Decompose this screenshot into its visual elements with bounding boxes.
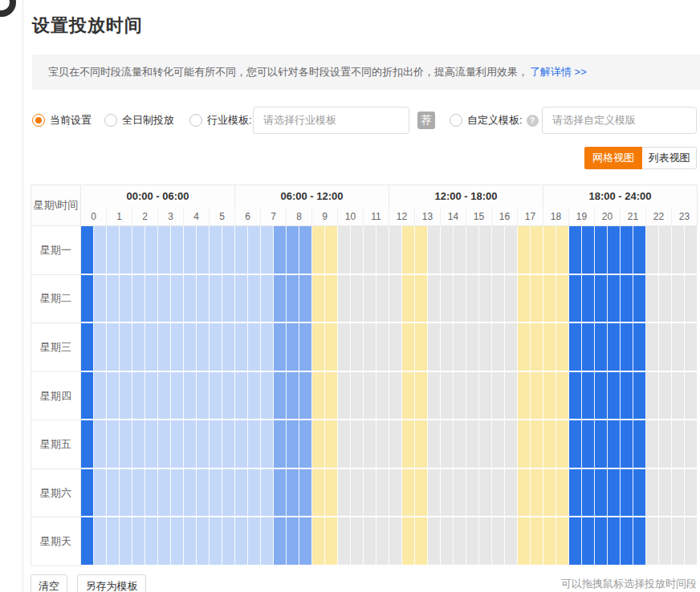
schedule-cell[interactable]: [235, 469, 248, 518]
schedule-cell[interactable]: [466, 469, 479, 518]
schedule-cell[interactable]: [415, 372, 428, 421]
schedule-cell[interactable]: [312, 420, 325, 469]
schedule-cell[interactable]: [338, 517, 351, 566]
schedule-cell[interactable]: [364, 323, 376, 372]
schedule-cell[interactable]: [492, 226, 505, 275]
schedule-cell[interactable]: [569, 469, 582, 518]
schedule-cell[interactable]: [197, 372, 210, 421]
schedule-cell[interactable]: [376, 323, 389, 372]
schedule-cell[interactable]: [235, 517, 248, 566]
schedule-cell[interactable]: [582, 275, 595, 324]
schedule-cell[interactable]: [543, 420, 556, 469]
schedule-cell[interactable]: [582, 420, 595, 469]
schedule-cell[interactable]: [441, 323, 454, 372]
schedule-cell[interactable]: [454, 469, 466, 518]
schedule-cell[interactable]: [312, 517, 325, 566]
schedule-cell[interactable]: [556, 469, 569, 518]
schedule-cell[interactable]: [222, 226, 235, 275]
schedule-cell[interactable]: [595, 469, 608, 518]
schedule-cell[interactable]: [569, 420, 582, 469]
schedule-cell[interactable]: [672, 323, 685, 372]
schedule-cell[interactable]: [441, 372, 454, 421]
schedule-cell[interactable]: [543, 275, 556, 324]
schedule-cell[interactable]: [402, 469, 415, 518]
schedule-cell[interactable]: [184, 469, 197, 518]
schedule-cell[interactable]: [299, 275, 312, 324]
schedule-cell[interactable]: [428, 226, 441, 275]
schedule-cell[interactable]: [595, 275, 608, 324]
schedule-cell[interactable]: [325, 469, 338, 518]
list-view-button[interactable]: 列表视图: [642, 147, 697, 169]
schedule-cell[interactable]: [210, 420, 222, 469]
schedule-cell[interactable]: [518, 469, 531, 518]
schedule-cell[interactable]: [466, 420, 479, 469]
schedule-cell[interactable]: [595, 372, 608, 421]
schedule-cell[interactable]: [235, 226, 248, 275]
schedule-cell[interactable]: [556, 372, 569, 421]
schedule-cell[interactable]: [299, 372, 312, 421]
schedule-cell[interactable]: [312, 323, 325, 372]
schedule-cell[interactable]: [338, 372, 351, 421]
schedule-cell[interactable]: [646, 323, 659, 372]
schedule-cell[interactable]: [633, 517, 646, 566]
schedule-cell[interactable]: [582, 323, 595, 372]
schedule-cell[interactable]: [376, 275, 389, 324]
schedule-cell[interactable]: [685, 420, 698, 469]
schedule-cell[interactable]: [633, 323, 646, 372]
schedule-cell[interactable]: [659, 372, 672, 421]
schedule-cell[interactable]: [325, 517, 338, 566]
schedule-cell[interactable]: [492, 517, 505, 566]
schedule-cell[interactable]: [659, 275, 672, 324]
schedule-cell[interactable]: [235, 275, 248, 324]
schedule-cell[interactable]: [274, 323, 287, 372]
schedule-cell[interactable]: [158, 420, 171, 469]
schedule-cell[interactable]: [389, 226, 402, 275]
schedule-cell[interactable]: [389, 517, 402, 566]
schedule-cell[interactable]: [351, 226, 364, 275]
custom-template-select[interactable]: 请选择自定义模版: [542, 107, 697, 134]
schedule-cell[interactable]: [107, 226, 120, 275]
schedule-cell[interactable]: [197, 275, 210, 324]
schedule-cell[interactable]: [402, 517, 415, 566]
schedule-cell[interactable]: [261, 275, 274, 324]
schedule-cell[interactable]: [171, 226, 184, 275]
schedule-cell[interactable]: [646, 420, 659, 469]
schedule-cell[interactable]: [364, 469, 376, 518]
schedule-cell[interactable]: [184, 226, 197, 275]
schedule-cell[interactable]: [210, 226, 222, 275]
schedule-cell[interactable]: [274, 420, 287, 469]
schedule-cell[interactable]: [505, 226, 518, 275]
schedule-cell[interactable]: [287, 517, 299, 566]
schedule-cell[interactable]: [505, 469, 518, 518]
schedule-cell[interactable]: [94, 323, 107, 372]
schedule-cell[interactable]: [81, 275, 94, 324]
schedule-cell[interactable]: [107, 517, 120, 566]
schedule-cell[interactable]: [582, 469, 595, 518]
schedule-cell[interactable]: [582, 517, 595, 566]
schedule-cell[interactable]: [659, 420, 672, 469]
schedule-cell[interactable]: [441, 420, 454, 469]
schedule-cell[interactable]: [274, 226, 287, 275]
schedule-cell[interactable]: [376, 372, 389, 421]
schedule-cell[interactable]: [672, 517, 685, 566]
schedule-cell[interactable]: [518, 226, 531, 275]
schedule-cell[interactable]: [158, 226, 171, 275]
schedule-cell[interactable]: [248, 420, 261, 469]
schedule-cell[interactable]: [479, 275, 492, 324]
schedule-cell[interactable]: [312, 275, 325, 324]
schedule-cell[interactable]: [595, 323, 608, 372]
schedule-cell[interactable]: [235, 420, 248, 469]
schedule-cell[interactable]: [479, 226, 492, 275]
schedule-cell[interactable]: [569, 323, 582, 372]
schedule-cell[interactable]: [94, 517, 107, 566]
schedule-cell[interactable]: [646, 372, 659, 421]
schedule-cell[interactable]: [492, 420, 505, 469]
schedule-cell[interactable]: [389, 420, 402, 469]
schedule-cell[interactable]: [287, 469, 299, 518]
schedule-cell[interactable]: [197, 226, 210, 275]
schedule-cell[interactable]: [120, 372, 132, 421]
schedule-cell[interactable]: [222, 517, 235, 566]
schedule-cell[interactable]: [415, 226, 428, 275]
schedule-cell[interactable]: [132, 517, 145, 566]
help-icon[interactable]: ?: [527, 115, 539, 127]
